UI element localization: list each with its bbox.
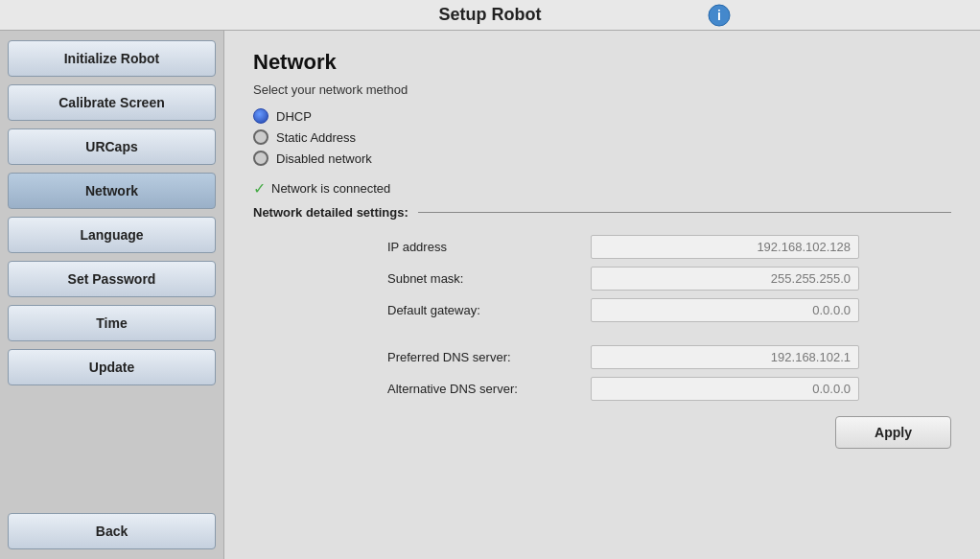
apply-row: Apply [387, 416, 951, 449]
disabled-radio-icon [253, 151, 268, 166]
dhcp-label: DHCP [276, 109, 312, 124]
section-title: Network [253, 50, 951, 75]
sidebar-item-calibrate-screen[interactable]: Calibrate Screen [8, 84, 216, 121]
header: Setup Robot i [0, 0, 980, 31]
status-icon: ✓ [253, 179, 266, 198]
alternative-dns-label: Alternative DNS server: [387, 382, 579, 396]
form-grid: IP address Subnet mask: Default gateway:… [387, 235, 951, 401]
apply-button[interactable]: Apply [835, 416, 951, 449]
sidebar: Initialize Robot Calibrate Screen URCaps… [0, 31, 224, 559]
ip-address-label: IP address [387, 240, 579, 254]
ip-address-input[interactable] [591, 235, 859, 259]
divider-line [418, 212, 951, 213]
preferred-dns-input[interactable] [591, 345, 859, 369]
alternative-dns-input[interactable] [591, 377, 859, 401]
sidebar-item-initialize-robot[interactable]: Initialize Robot [8, 40, 216, 77]
default-gateway-input[interactable] [591, 298, 859, 322]
back-button[interactable]: Back [8, 513, 216, 549]
dhcp-globe-icon [253, 108, 268, 124]
static-radio-icon [253, 129, 268, 145]
sidebar-item-update[interactable]: Update [8, 349, 216, 385]
radio-static[interactable]: Static Address [253, 129, 951, 145]
sidebar-spacer [8, 393, 216, 505]
disabled-label: Disabled network [276, 151, 372, 166]
detailed-settings-label: Network detailed settings: [253, 205, 408, 220]
content-area: Network Select your network method DHCP … [224, 31, 980, 559]
sidebar-item-set-password[interactable]: Set Password [8, 261, 216, 297]
default-gateway-label: Default gateway: [387, 303, 579, 317]
radio-disabled[interactable]: Disabled network [253, 151, 951, 166]
radio-dhcp[interactable]: DHCP [253, 108, 951, 124]
info-icon: i [708, 4, 731, 27]
section-subtitle: Select your network method [253, 82, 951, 97]
main-layout: Initialize Robot Calibrate Screen URCaps… [0, 31, 980, 559]
subnet-mask-input[interactable] [591, 267, 859, 291]
preferred-dns-label: Preferred DNS server: [387, 350, 579, 364]
sidebar-item-urcaps[interactable]: URCaps [8, 128, 216, 165]
subnet-mask-label: Subnet mask: [387, 271, 579, 286]
sidebar-item-time[interactable]: Time [8, 305, 216, 341]
status-row: ✓ Network is connected [253, 179, 951, 198]
radio-group: DHCP Static Address Disabled network [253, 108, 951, 166]
page-title: Setup Robot [439, 5, 542, 25]
sidebar-item-language[interactable]: Language [8, 217, 216, 253]
svg-text:i: i [717, 8, 721, 23]
sidebar-item-network[interactable]: Network [8, 173, 216, 209]
form-spacer [387, 330, 951, 338]
divider-row: Network detailed settings: [253, 205, 951, 220]
static-label: Static Address [276, 130, 356, 145]
status-text: Network is connected [271, 181, 390, 196]
